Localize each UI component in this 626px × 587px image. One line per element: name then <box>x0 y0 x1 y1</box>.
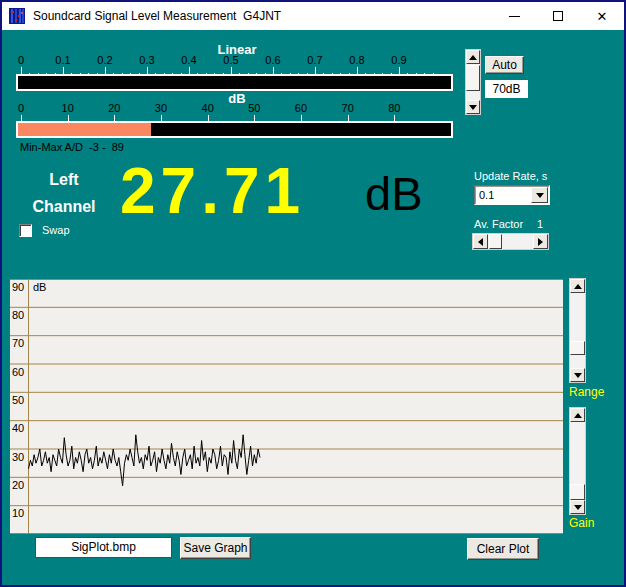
app-window: Soundcard Signal Level Measurement G4JNT… <box>0 0 626 587</box>
swap-checkbox-label: Swap <box>42 224 70 236</box>
range-label: Range <box>569 385 604 399</box>
scale-label: 0.7 <box>307 54 322 66</box>
gain-label: Gain <box>569 516 594 530</box>
close-button[interactable]: ✕ <box>580 2 624 30</box>
update-rate-select[interactable]: 0.1 <box>474 185 550 205</box>
clear-plot-button[interactable]: Clear Plot <box>467 538 539 560</box>
scale-label: 50 <box>248 102 260 114</box>
scroll-down-button[interactable] <box>466 100 480 114</box>
swap-checkbox[interactable] <box>19 224 32 237</box>
maximize-icon <box>553 11 563 21</box>
scrollbar-thumb[interactable] <box>570 341 585 355</box>
av-factor-label: Av. Factor <box>474 218 523 230</box>
scale-label: 0.4 <box>181 54 196 66</box>
scroll-right-button[interactable] <box>533 234 548 249</box>
up-arrow-icon <box>574 284 582 289</box>
level-unit: dB <box>365 166 423 221</box>
channel-label-line1: Left <box>10 166 118 193</box>
av-factor-value: 1 <box>537 218 543 230</box>
scale-label: 0 <box>18 102 24 114</box>
scale-label: 0.8 <box>349 54 364 66</box>
filename-field[interactable]: SigPlot.bmp <box>35 537 172 558</box>
window-title: Soundcard Signal Level Measurement G4JNT <box>33 9 281 23</box>
scroll-down-button[interactable] <box>570 500 585 514</box>
chevron-down-icon <box>536 193 544 198</box>
auto-button[interactable]: Auto <box>485 56 524 74</box>
av-factor-scrollbar[interactable] <box>472 233 549 250</box>
signal-plot: 908070605040302010dB <box>10 279 563 534</box>
scale-label: 0.5 <box>223 54 238 66</box>
title-bar: Soundcard Signal Level Measurement G4JNT… <box>2 2 624 30</box>
scrollbar-thumb[interactable] <box>570 484 585 500</box>
minimize-button[interactable] <box>492 2 536 30</box>
y-axis-label: 10 <box>12 507 24 519</box>
close-icon: ✕ <box>597 10 608 23</box>
scale-label: 70 <box>342 102 354 114</box>
update-rate-value: 0.1 <box>479 189 494 201</box>
minmax-readout: Min-Max A/D -3 - 89 <box>20 141 124 153</box>
right-arrow-icon <box>538 238 543 246</box>
range-scrollbar[interactable] <box>569 278 586 383</box>
y-axis-label: 50 <box>12 394 24 406</box>
down-arrow-icon <box>574 373 582 378</box>
left-arrow-icon <box>478 238 483 246</box>
db-meter <box>16 121 453 138</box>
signal-trace <box>29 435 261 486</box>
scroll-left-button[interactable] <box>473 234 488 249</box>
down-arrow-icon <box>469 105 477 110</box>
scale-label: 30 <box>155 102 167 114</box>
scale-label: 0 <box>18 54 24 66</box>
level-readout: 27.71 <box>120 154 370 228</box>
y-axis-label: 90 <box>12 281 24 293</box>
y-axis-label: 20 <box>12 479 24 491</box>
signal-plot-canvas: 908070605040302010dB <box>10 279 563 534</box>
scale-label: 60 <box>295 102 307 114</box>
y-axis-label: 30 <box>12 451 24 463</box>
minimize-icon <box>509 16 520 17</box>
dropdown-button[interactable] <box>531 187 548 203</box>
maximize-button[interactable] <box>536 2 580 30</box>
scale-label: 0.6 <box>265 54 280 66</box>
range-display: 70dB <box>485 80 528 98</box>
scale-label: 0.9 <box>391 54 406 66</box>
save-graph-button[interactable]: Save Graph <box>180 537 251 559</box>
scale-label: 10 <box>62 102 74 114</box>
scroll-up-button[interactable] <box>570 279 585 293</box>
gain-scrollbar[interactable] <box>569 407 586 515</box>
meter-range-scrollbar[interactable] <box>465 49 481 115</box>
linear-meter <box>16 74 453 91</box>
scale-label: 0.3 <box>139 54 154 66</box>
app-icon[interactable] <box>9 8 25 24</box>
y-axis-label: 80 <box>12 309 24 321</box>
y-axis-label: 40 <box>12 422 24 434</box>
scroll-up-button[interactable] <box>466 50 480 64</box>
db-meter-fill <box>18 123 151 136</box>
up-arrow-icon <box>469 55 477 60</box>
y-axis-label: 60 <box>12 366 24 378</box>
scroll-down-button[interactable] <box>570 368 585 382</box>
down-arrow-icon <box>574 505 582 510</box>
scale-label: 0.1 <box>55 54 70 66</box>
update-rate-label: Update Rate, s <box>474 170 547 182</box>
y-axis-unit: dB <box>33 281 46 293</box>
channel-label-line2: Channel <box>10 193 118 220</box>
scale-label: 40 <box>202 102 214 114</box>
scale-label: 80 <box>388 102 400 114</box>
scrollbar-thumb[interactable] <box>489 234 502 249</box>
scale-label: 0.2 <box>97 54 112 66</box>
channel-label: Left Channel <box>10 166 118 220</box>
up-arrow-icon <box>574 413 582 418</box>
scale-label: 20 <box>108 102 120 114</box>
scrollbar-thumb[interactable] <box>466 65 480 91</box>
scroll-up-button[interactable] <box>570 408 585 422</box>
y-axis-label: 70 <box>12 337 24 349</box>
